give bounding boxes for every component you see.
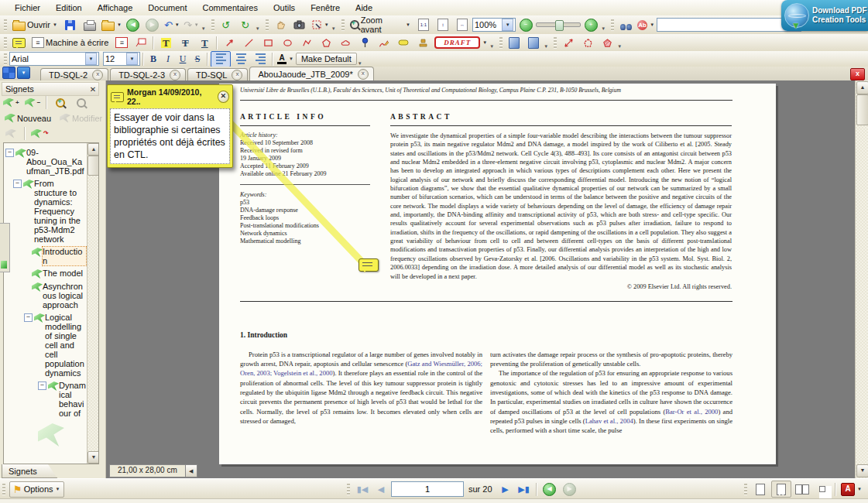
- pdf-page[interactable]: Université Libre de Bruxelles (U.L.B.), …: [219, 84, 776, 464]
- bookmark-item-introduction[interactable]: Introduction: [32, 247, 86, 265]
- tab-td-sql[interactable]: TD-SQLx: [187, 68, 248, 80]
- single-page-button[interactable]: [751, 481, 770, 497]
- italic-button[interactable]: I: [161, 53, 175, 65]
- menu-aide[interactable]: Aide: [348, 2, 379, 14]
- bookmark-item-logical-modelling[interactable]: − Logical modelling of single cell and c…: [24, 313, 86, 378]
- toolbar-grip[interactable]: [611, 19, 614, 31]
- export-button[interactable]: ▼: [100, 18, 123, 33]
- bookmark-item-title[interactable]: − From structure to dynamics: Frequency …: [13, 179, 86, 244]
- toolbar-overflow-icon[interactable]: ▼: [489, 44, 494, 49]
- bookmark-item-asynchronous[interactable]: Asynchronous logical approach: [32, 282, 86, 310]
- bookmark-properties-button[interactable]: [2, 126, 20, 141]
- make-default-button[interactable]: Make Default: [296, 53, 357, 65]
- collapse-bookmarks-button[interactable]: −: [23, 95, 43, 110]
- collapse-expander-icon[interactable]: −: [24, 313, 33, 322]
- menu-affichage[interactable]: Affichage: [91, 2, 140, 14]
- align-left-button[interactable]: [211, 51, 231, 67]
- comment-text[interactable]: Essayer de voir dans la bibliographie si…: [110, 108, 230, 164]
- close-panel-button[interactable]: ✕: [87, 85, 98, 94]
- delete-bookmark-button[interactable]: ↷: [29, 126, 50, 141]
- toolbar-grip[interactable]: [266, 19, 269, 31]
- continuous-page-button[interactable]: [771, 481, 791, 498]
- menu-fenetre[interactable]: Fenêtre: [304, 2, 347, 14]
- first-page-button[interactable]: ▮◀: [354, 482, 371, 497]
- toolbar-overflow-icon[interactable]: ▼: [617, 44, 622, 49]
- polyline-tool-button[interactable]: [297, 36, 316, 50]
- bookmark-zoom-out-button[interactable]: [72, 95, 91, 110]
- document-scrollbar[interactable]: ▲ ▼: [855, 80, 868, 478]
- tab-td-sql-2[interactable]: TD-SQL-2x: [40, 68, 108, 80]
- highlight-text-button[interactable]: T: [156, 36, 175, 50]
- measure-distance-button[interactable]: [559, 36, 578, 50]
- close-document-button[interactable]: x: [850, 68, 865, 80]
- highlighter-tool-button[interactable]: [394, 36, 413, 50]
- bookmark-item-root[interactable]: − 09-Abou_Oua_Kaufman_JTB.pdf: [5, 148, 86, 176]
- rotate-ccw-button[interactable]: ↺: [217, 18, 235, 33]
- tab-close-icon[interactable]: x: [92, 70, 103, 80]
- pencil-tool-button[interactable]: [375, 36, 393, 50]
- measure-area-button[interactable]: [598, 36, 616, 50]
- attach-sound-button[interactable]: [524, 36, 543, 50]
- print-button[interactable]: [81, 18, 99, 33]
- options-button[interactable]: ⚑ Options ▼: [9, 481, 64, 498]
- comment-popup-header[interactable]: Morgan 14/09/2010, 22.. ✕: [108, 85, 232, 108]
- toolbar-grip[interactable]: [554, 37, 557, 49]
- bold-button[interactable]: B: [146, 53, 160, 65]
- scroll-down-button[interactable]: ▼: [87, 451, 99, 464]
- open-in-adobe-button[interactable]: A▼: [839, 482, 863, 497]
- new-bookmark-button[interactable]: Nouveau: [2, 111, 54, 125]
- bookmark-zoom-in-button[interactable]: [51, 95, 70, 110]
- toolbar-grip[interactable]: [744, 484, 747, 495]
- rectangle-tool-button[interactable]: [259, 36, 277, 50]
- typewriter-button[interactable]: ≡Machine à écrire: [29, 36, 112, 50]
- arrow-tool-button[interactable]: [220, 36, 238, 50]
- document-view[interactable]: Université Libre de Bruxelles (U.L.B.), …: [106, 80, 856, 478]
- zoom-in-circle-button[interactable]: +: [582, 18, 600, 33]
- expand-bookmarks-button[interactable]: +: [2, 95, 21, 110]
- zoom-slider[interactable]: [536, 22, 581, 27]
- zoom-level-combo[interactable]: 100%▼: [472, 18, 516, 32]
- menu-commentaires[interactable]: Commentaires: [195, 2, 265, 14]
- polygon-tool-button[interactable]: [317, 36, 335, 50]
- toolbar-overflow-icon[interactable]: ▼: [601, 26, 606, 31]
- stamp-tool-button[interactable]: [413, 36, 432, 50]
- window-tile-icon[interactable]: [2, 67, 15, 79]
- underline-button[interactable]: U: [176, 53, 190, 65]
- collapse-expander-icon[interactable]: −: [13, 180, 22, 188]
- strikethrough-button[interactable]: S: [190, 53, 204, 65]
- collapse-expander-icon[interactable]: −: [5, 149, 14, 157]
- line-tool-button[interactable]: [239, 36, 258, 50]
- underline-text-button[interactable]: T: [195, 36, 214, 50]
- scroll-up-button[interactable]: ▲: [87, 143, 99, 156]
- snapshot-button[interactable]: [290, 18, 309, 33]
- signets-bottom-tab[interactable]: Signets: [2, 464, 57, 478]
- menu-edition[interactable]: Edition: [49, 2, 89, 14]
- collapse-size-indicator-button[interactable]: ◀: [186, 464, 197, 477]
- oval-tool-button[interactable]: [278, 36, 297, 50]
- save-button[interactable]: [61, 18, 80, 33]
- toolbar-grip[interactable]: [2, 484, 5, 495]
- rotate-cw-button[interactable]: ↻: [236, 18, 255, 33]
- zoom-out-circle-button[interactable]: −: [516, 18, 535, 33]
- bookmark-item-the-model[interactable]: The model: [32, 269, 86, 279]
- citation-link[interactable]: Lahav et al., 2004: [585, 417, 633, 425]
- font-size-combo[interactable]: 12▼: [103, 52, 140, 66]
- bookmarks-scrollbar[interactable]: ▲ ▼: [87, 143, 98, 464]
- toolbar-overflow-icon[interactable]: ▼: [358, 61, 362, 66]
- download-pdf-tools-button[interactable]: Download PDF Creation Tools: [781, 0, 868, 31]
- previous-page-button[interactable]: ◀: [372, 482, 389, 497]
- tab-close-icon[interactable]: x: [170, 70, 180, 80]
- facing-pages-button[interactable]: [793, 481, 811, 497]
- toolbar-overflow-icon[interactable]: ▼: [256, 26, 260, 31]
- pin-tool-button[interactable]: [355, 36, 374, 50]
- tab-close-icon[interactable]: x: [358, 69, 369, 80]
- toolbar-grip[interactable]: [4, 19, 7, 31]
- menu-fichier[interactable]: Fichier: [8, 2, 47, 14]
- tab-aboujaoude-jtb-2009[interactable]: AbouJaoude_JTB_2009*x: [249, 67, 373, 80]
- textbox-button[interactable]: ≡: [112, 36, 131, 50]
- page-number-input[interactable]: [391, 481, 464, 497]
- edit-bookmark-button[interactable]: Modifier: [57, 111, 105, 125]
- callout-button[interactable]: [132, 36, 150, 50]
- comment-popup[interactable]: Morgan 14/09/2010, 22.. ✕ Essayer de voi…: [107, 84, 233, 168]
- align-center-button[interactable]: [232, 52, 250, 67]
